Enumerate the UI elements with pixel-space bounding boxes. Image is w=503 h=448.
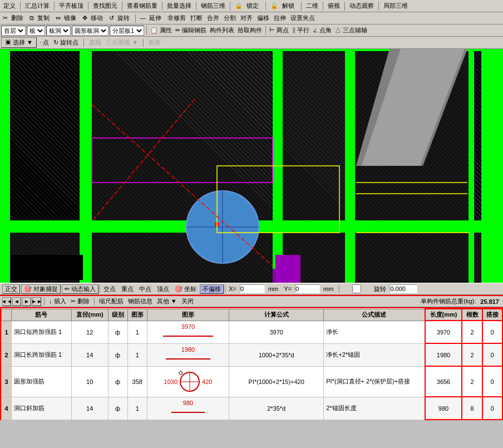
btn-delete-rebar[interactable]: ✂ 删除: [69, 297, 91, 306]
nav-first[interactable]: ◄◄: [2, 297, 11, 306]
btn-property[interactable]: 📋 属性: [149, 26, 173, 35]
btn-parallel[interactable]: ∥ 平行: [291, 26, 310, 35]
btn-batch-select[interactable]: 批量选择: [165, 2, 194, 10]
cell-grade-2[interactable]: ф: [108, 343, 127, 366]
cell-name-4[interactable]: 洞口斜加筋: [12, 397, 72, 420]
cell-shape-num-4[interactable]: 1: [127, 397, 147, 420]
btn-insert-rebar[interactable]: ↓ 插入: [47, 297, 68, 306]
btn-rotate[interactable]: ↺ 旋转: [107, 14, 133, 22]
btn-view-rebar[interactable]: 查看钢筋量: [125, 2, 160, 10]
cell-overlap-1[interactable]: 0: [482, 321, 502, 343]
cell-shape-num-1[interactable]: 1: [127, 321, 147, 343]
btn-move[interactable]: ✥ 移动: [81, 14, 106, 22]
btn-lock[interactable]: 🔒 锁定: [233, 2, 263, 10]
cell-overlap-4[interactable]: 0: [482, 397, 502, 420]
btn-2d[interactable]: 二维: [304, 2, 320, 10]
x-input[interactable]: [240, 284, 265, 293]
btn-close[interactable]: 关闭: [180, 297, 195, 306]
btn-offset[interactable]: 偏移: [255, 14, 271, 22]
cell-grade-4[interactable]: ф: [108, 397, 127, 420]
btn-pick-component[interactable]: 拾取构件: [236, 26, 263, 35]
cell-shape-3[interactable]: 1030 420: [147, 366, 229, 397]
btn-point-angle[interactable]: ∠ 点角: [312, 26, 333, 35]
cell-count-3[interactable]: 2: [462, 366, 482, 397]
btn-coord[interactable]: 🎯 坐标: [172, 285, 199, 293]
btn-ortho[interactable]: 正交: [2, 284, 20, 294]
cell-shape-2[interactable]: 1980: [147, 343, 229, 366]
cell-length-4[interactable]: 980: [425, 397, 462, 420]
btn-select[interactable]: ▣ 选择 ▼: [1, 37, 37, 48]
btn-rotate-point[interactable]: ↻ 旋转点: [52, 38, 80, 47]
btn-split[interactable]: 分割: [222, 14, 238, 22]
btn-align-top[interactable]: 平齐板顶: [57, 2, 86, 10]
btn-endpoint[interactable]: 重点: [119, 285, 136, 293]
cell-grade-1[interactable]: ф: [108, 321, 127, 343]
btn-align[interactable]: 对齐: [239, 14, 254, 22]
cell-count-2[interactable]: 2: [462, 343, 482, 366]
btn-intersection[interactable]: 交点: [101, 285, 118, 293]
btn-break[interactable]: 打断: [189, 14, 204, 22]
btn-rebar-3d[interactable]: 钢筋三维: [199, 2, 228, 10]
cell-grade-3[interactable]: ф: [108, 366, 127, 397]
type4-select[interactable]: 分层板1: [110, 26, 144, 36]
cell-diameter-2[interactable]: 14: [71, 343, 108, 366]
btn-mirror[interactable]: ⇔ 镜像: [54, 14, 80, 22]
btn-three-arc[interactable]: 三点画弧 ▼: [104, 38, 140, 47]
cell-count-4[interactable]: 8: [462, 397, 482, 420]
btn-snap[interactable]: 🎯 对象捕捉: [21, 284, 61, 294]
type2-select[interactable]: 板洞: [46, 26, 71, 36]
cell-formula-4[interactable]: 2*35*d: [229, 397, 324, 420]
type1-select[interactable]: 板: [27, 26, 45, 36]
btn-unlock[interactable]: 🔓 解锁: [268, 2, 299, 10]
btn-two-point[interactable]: ⊢ 两点: [268, 26, 290, 35]
btn-no-offset[interactable]: 不偏移: [200, 284, 224, 294]
btn-point[interactable]: · 点: [38, 38, 51, 47]
btn-local-3d[interactable]: 局部三维: [381, 2, 410, 10]
cell-shape-4[interactable]: 980: [147, 397, 229, 420]
cell-desc-3[interactable]: PI*(洞口直径+ 2*(保护层)+搭接: [324, 366, 425, 397]
cell-formula-1[interactable]: 3970: [229, 321, 324, 343]
btn-scale-rebar[interactable]: 缩尺配筋: [97, 297, 125, 306]
btn-midpoint[interactable]: 中点: [137, 285, 154, 293]
btn-no-trim[interactable]: 非修剪: [166, 14, 188, 22]
cell-overlap-3[interactable]: 0: [482, 366, 502, 397]
cell-length-2[interactable]: 1980: [425, 343, 462, 366]
cell-length-1[interactable]: 3970: [425, 321, 462, 343]
btn-copy[interactable]: ⧉ 复制: [28, 14, 53, 22]
btn-vertex[interactable]: 顶点: [155, 285, 171, 293]
nav-next[interactable]: ►: [22, 297, 31, 306]
cell-shape-num-2[interactable]: 1: [127, 343, 147, 366]
cell-desc-4[interactable]: 2*锚固长度: [324, 397, 425, 420]
btn-dynamic-input[interactable]: ✏ 动态输入: [62, 284, 98, 294]
btn-three-point-aux[interactable]: △ 三点辅轴: [334, 26, 368, 35]
rotate-input[interactable]: [389, 284, 417, 293]
btn-edit-rebar[interactable]: ✏ 编辑钢筋: [174, 26, 208, 35]
btn-extend[interactable]: — 延伸: [138, 14, 165, 22]
btn-component-list[interactable]: 构件列表: [209, 26, 235, 35]
cell-formula-3[interactable]: PI*(1000+2*15)+420: [229, 366, 324, 397]
btn-rect[interactable]: 矩形: [147, 38, 162, 47]
cell-formula-2[interactable]: 1000+2*35*d: [229, 343, 324, 366]
btn-merge[interactable]: 合并: [205, 14, 221, 22]
btn-find-element[interactable]: 查找图元: [91, 2, 120, 10]
btn-set-grip[interactable]: 设置夹点: [289, 14, 317, 22]
cell-length-3[interactable]: 3656: [425, 366, 462, 397]
cell-diameter-1[interactable]: 12: [71, 321, 108, 343]
cell-diameter-3[interactable]: 10: [71, 366, 108, 397]
cell-name-1[interactable]: 洞口短跨加强筋 1: [12, 321, 72, 343]
cell-desc-2[interactable]: 净长+2*锚固: [324, 343, 425, 366]
cell-shape-num-3[interactable]: 358: [127, 366, 147, 397]
btn-line[interactable]: 直线: [87, 38, 103, 47]
y-input[interactable]: [295, 284, 320, 293]
cell-count-1[interactable]: 2: [462, 321, 482, 343]
btn-top-view[interactable]: 俯视: [326, 2, 342, 10]
cell-name-3[interactable]: 圆形加强筋: [12, 366, 72, 397]
btn-rebar-info[interactable]: 钢筋信息: [126, 297, 154, 306]
menu-define[interactable]: 定义: [1, 2, 18, 10]
cell-shape-1[interactable]: 3970: [147, 321, 229, 343]
nav-last[interactable]: ►►: [32, 297, 41, 306]
menu-summary[interactable]: 汇总计算: [23, 2, 52, 10]
btn-delete[interactable]: ✂ 删除: [1, 14, 27, 22]
cell-name-2[interactable]: 洞口长跨加强筋 1: [12, 343, 72, 366]
nav-prev[interactable]: ◄: [12, 297, 21, 306]
